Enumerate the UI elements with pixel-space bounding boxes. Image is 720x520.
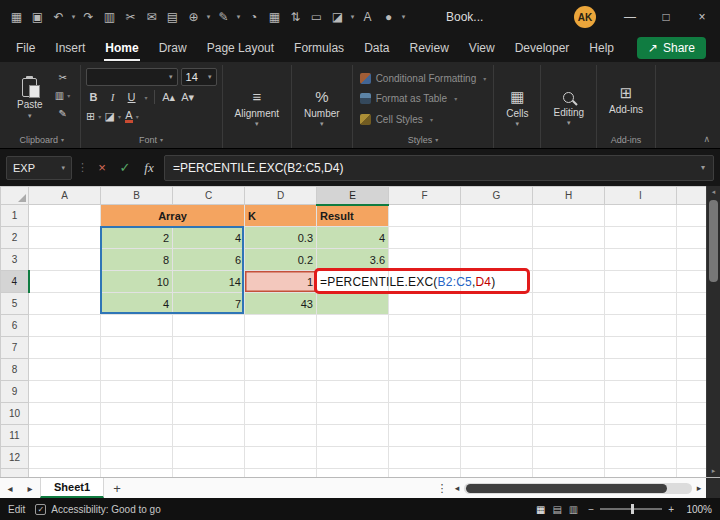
cell-b3[interactable]: 8: [101, 249, 173, 271]
bold-button[interactable]: B: [86, 89, 102, 105]
cell[interactable]: [677, 271, 707, 293]
cell[interactable]: [173, 359, 245, 381]
cell[interactable]: [605, 381, 677, 403]
dialog-launcher-icon[interactable]: ▾: [61, 136, 64, 143]
font-tool-icon[interactable]: A: [357, 0, 378, 34]
row-header[interactable]: 6: [1, 315, 29, 337]
cell-c5[interactable]: 7: [173, 293, 245, 315]
cell[interactable]: [533, 227, 605, 249]
zoom-slider-thumb[interactable]: [631, 504, 634, 514]
zoom-in-button[interactable]: +: [668, 504, 674, 515]
chart-icon[interactable]: ◪: [327, 0, 348, 34]
cell[interactable]: [317, 447, 389, 469]
cell[interactable]: [173, 447, 245, 469]
cell[interactable]: [245, 359, 317, 381]
close-button[interactable]: ×: [684, 0, 720, 34]
cell-result-header[interactable]: Result: [317, 205, 389, 227]
cell[interactable]: [533, 293, 605, 315]
cell[interactable]: [677, 469, 707, 478]
add-sheet-button[interactable]: +: [104, 481, 130, 496]
horizontal-scrollbar-thumb[interactable]: [466, 484, 667, 493]
column-header-e[interactable]: E: [317, 187, 389, 205]
cell[interactable]: [677, 337, 707, 359]
cell[interactable]: [677, 249, 707, 271]
cell[interactable]: [245, 447, 317, 469]
cell[interactable]: [677, 205, 707, 227]
cut-button[interactable]: ✂: [53, 70, 73, 85]
cell[interactable]: [245, 315, 317, 337]
undo-icon[interactable]: ↶: [48, 0, 69, 34]
font-color-button[interactable]: A▾: [124, 108, 140, 124]
cell-e2[interactable]: 4: [317, 227, 389, 249]
cell[interactable]: [533, 381, 605, 403]
cell[interactable]: [677, 227, 707, 249]
cell[interactable]: [533, 403, 605, 425]
minimize-button[interactable]: —: [612, 0, 648, 34]
cell[interactable]: [605, 271, 677, 293]
formula-input[interactable]: =PERCENTILE.EXC(B2:C5,D4) ▾: [164, 155, 714, 181]
cell[interactable]: [605, 293, 677, 315]
cell[interactable]: [677, 359, 707, 381]
cell[interactable]: [533, 447, 605, 469]
cell-b2[interactable]: 2: [101, 227, 173, 249]
row-header[interactable]: 8: [1, 359, 29, 381]
cell[interactable]: [461, 359, 533, 381]
scroll-left-icon[interactable]: ◂: [452, 483, 462, 493]
grow-font-button[interactable]: A▴: [161, 89, 177, 105]
cell[interactable]: [677, 425, 707, 447]
cell[interactable]: [389, 249, 461, 271]
clock-icon[interactable]: ◔: [243, 0, 264, 34]
cell[interactable]: [605, 447, 677, 469]
cell[interactable]: [677, 293, 707, 315]
format-as-table-button[interactable]: Format as Table ▾: [360, 91, 487, 107]
table-icon[interactable]: ▦: [264, 0, 285, 34]
select-all-button[interactable]: [1, 187, 29, 205]
cell[interactable]: [461, 469, 533, 478]
number-button[interactable]: % Number ▾: [297, 66, 347, 148]
row-header[interactable]: 10: [1, 403, 29, 425]
shrink-font-button[interactable]: A▾: [180, 89, 196, 105]
cell[interactable]: [29, 425, 101, 447]
cell[interactable]: [461, 227, 533, 249]
scroll-down-icon[interactable]: ▸: [707, 467, 720, 475]
cell[interactable]: [101, 469, 173, 478]
cell-styles-button[interactable]: Cell Styles ▾: [360, 111, 487, 127]
cell[interactable]: [533, 315, 605, 337]
record-icon[interactable]: ●: [378, 0, 399, 34]
cell[interactable]: [245, 403, 317, 425]
row-header[interactable]: [1, 469, 29, 478]
cell-b4[interactable]: 10: [101, 271, 173, 293]
zoom-slider[interactable]: [600, 508, 662, 510]
cell[interactable]: [29, 469, 101, 478]
scroll-up-icon[interactable]: ◂: [707, 186, 720, 198]
cell[interactable]: [29, 337, 101, 359]
cell[interactable]: [605, 315, 677, 337]
column-header-f[interactable]: F: [389, 187, 461, 205]
cell[interactable]: [533, 469, 605, 478]
print-icon[interactable]: ▭: [306, 0, 327, 34]
editing-button[interactable]: Editing ▾: [546, 66, 591, 148]
cell[interactable]: [389, 315, 461, 337]
conditional-formatting-button[interactable]: Conditional Formatting ▾: [360, 70, 487, 86]
cell[interactable]: [317, 469, 389, 478]
cell[interactable]: [677, 381, 707, 403]
cell[interactable]: [461, 447, 533, 469]
prev-sheet-button[interactable]: ◂: [0, 483, 20, 494]
cell[interactable]: [605, 403, 677, 425]
row-header[interactable]: 7: [1, 337, 29, 359]
cell[interactable]: [605, 359, 677, 381]
cell-e3[interactable]: 3.6: [317, 249, 389, 271]
horizontal-scrollbar-track[interactable]: [464, 483, 692, 494]
cell[interactable]: [101, 359, 173, 381]
confirm-entry-button[interactable]: ✓: [116, 160, 134, 175]
vertical-scrollbar[interactable]: ◂ ▸: [706, 186, 720, 477]
alignment-button[interactable]: ≡ Alignment ▾: [228, 66, 286, 148]
tab-developer[interactable]: Developer: [505, 34, 580, 62]
row-header[interactable]: 5: [1, 293, 29, 315]
cell[interactable]: [317, 337, 389, 359]
cell-d5[interactable]: 43: [245, 293, 317, 315]
qat-overflow-icon[interactable]: ▾: [399, 13, 408, 21]
cell[interactable]: [317, 315, 389, 337]
cell[interactable]: [173, 337, 245, 359]
borders-button[interactable]: ⊞▾: [86, 108, 102, 124]
